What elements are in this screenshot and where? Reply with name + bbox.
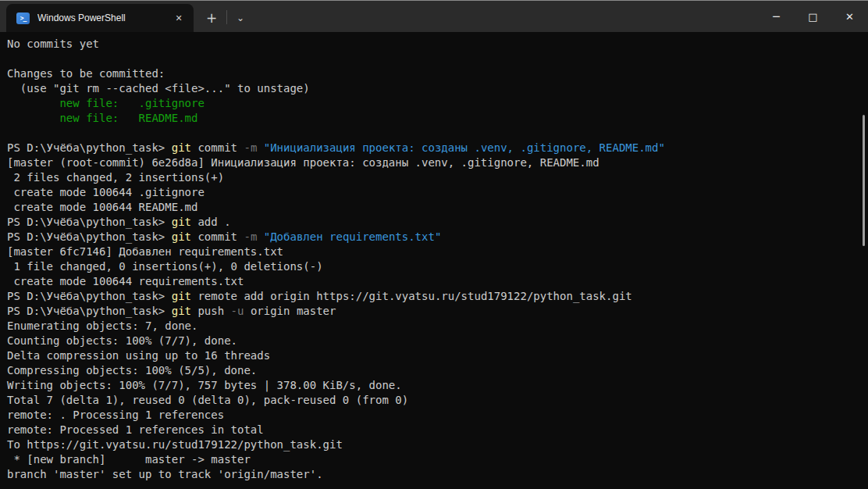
terminal-line: * [new branch] master -> master bbox=[7, 452, 860, 467]
terminal-line: remote: . Processing 1 references bbox=[7, 408, 860, 423]
terminal-line: Changes to be committed: bbox=[7, 66, 860, 81]
terminal-line: remote: Processed 1 references in total bbox=[7, 423, 860, 437]
terminal-line: Compressing objects: 100% (5/5), done. bbox=[7, 363, 860, 378]
scrollbar-thumb[interactable] bbox=[863, 115, 865, 246]
terminal-line: [master 6fc7146] Добавлен requirements.t… bbox=[7, 244, 860, 259]
terminal-line: new file: .gitignore bbox=[7, 96, 860, 111]
tab-dropdown-button[interactable]: ⌄ bbox=[230, 6, 251, 30]
terminal-line: To https://git.vyatsu.ru/stud179122/pyth… bbox=[7, 437, 860, 452]
terminal-line: Delta compression using up to 16 threads bbox=[7, 348, 860, 363]
powershell-icon: >_ bbox=[16, 12, 30, 24]
minimize-button[interactable]: ─ bbox=[758, 1, 795, 32]
tabbar-separator bbox=[226, 10, 227, 24]
terminal-line: Enumerating objects: 7, done. bbox=[7, 319, 860, 334]
maximize-button[interactable]: □ bbox=[795, 1, 831, 32]
terminal-line: PS D:\Учёба\python_task> git remote add … bbox=[7, 289, 860, 304]
terminal-line bbox=[7, 126, 860, 141]
terminal-line: branch 'master' set up to track 'origin/… bbox=[7, 467, 860, 482]
titlebar[interactable]: >_ Windows PowerShell ✕ + ⌄ ─ □ ✕ bbox=[0, 1, 868, 32]
terminal-output[interactable]: No commits yetChanges to be committed: (… bbox=[0, 32, 868, 489]
terminal-line: Total 7 (delta 1), reused 0 (delta 0), p… bbox=[7, 393, 860, 408]
terminal-line: create mode 100644 README.md bbox=[7, 200, 860, 215]
window-controls: ─ □ ✕ bbox=[758, 1, 868, 32]
tab-windows-powershell[interactable]: >_ Windows PowerShell ✕ bbox=[6, 4, 194, 32]
terminal-line: PS D:\Учёба\python_task> git commit -m "… bbox=[7, 141, 860, 155]
close-button[interactable]: ✕ bbox=[831, 1, 868, 32]
terminal-line: Counting objects: 100% (7/7), done. bbox=[7, 334, 860, 348]
terminal-line: [master (root-commit) 6e26d8a] Инициализ… bbox=[7, 155, 860, 170]
tab-title: Windows PowerShell bbox=[37, 12, 170, 23]
terminal-line: PS D:\Учёба\python_task> git add . bbox=[7, 215, 860, 230]
terminal-line: create mode 100644 requirements.txt bbox=[7, 274, 860, 289]
terminal-line bbox=[7, 52, 860, 66]
terminal-line: PS D:\Учёба\python_task> git push -u ori… bbox=[7, 304, 860, 319]
terminal-line: create mode 100644 .gitignore bbox=[7, 185, 860, 200]
terminal-line: new file: README.md bbox=[7, 111, 860, 126]
new-tab-button[interactable]: + bbox=[200, 6, 223, 30]
terminal-line: PS D:\Учёба\python_task> git commit -m "… bbox=[7, 230, 860, 244]
terminal-line: No commits yet bbox=[7, 37, 860, 52]
terminal-line: 2 files changed, 2 insertions(+) bbox=[7, 170, 860, 185]
terminal-line: 1 file changed, 0 insertions(+), 0 delet… bbox=[7, 259, 860, 274]
terminal-line: Writing objects: 100% (7/7), 757 bytes |… bbox=[7, 378, 860, 393]
terminal-line: (use "git rm --cached <file>..." to unst… bbox=[7, 81, 860, 96]
terminal-window: >_ Windows PowerShell ✕ + ⌄ ─ □ ✕ No com… bbox=[0, 0, 868, 489]
tab-close-icon[interactable]: ✕ bbox=[170, 9, 187, 27]
